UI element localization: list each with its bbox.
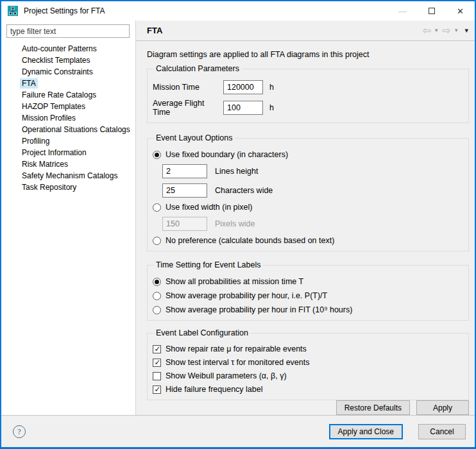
sidebar-item-hazop-templates[interactable]: HAZOP Templates (1, 101, 135, 112)
radio-icon[interactable] (153, 306, 161, 314)
no-preference-label: No preference (calculate bounds based on… (166, 236, 334, 245)
lines-height-row: Lines height (162, 164, 463, 178)
pixels-wide-input (162, 217, 207, 231)
avg-probability-option[interactable]: Show average probability per hour, i.e. … (153, 291, 463, 300)
forward-dropdown-icon[interactable]: ▾ (455, 28, 458, 33)
group-legend: Calculation Parameters (154, 64, 241, 73)
pixels-wide-row: Pixels wide (162, 217, 463, 231)
sidebar-item-auto-counter-patterns[interactable]: Auto-counter Patterns (1, 43, 135, 55)
no-preference-option[interactable]: No preference (calculate bounds based on… (153, 236, 463, 245)
radio-icon[interactable] (153, 278, 161, 286)
settings-sidebar: Auto-counter Patterns Checklist Template… (1, 21, 136, 415)
fixed-width-option[interactable]: Use fixed width (in pixel) (153, 203, 463, 212)
average-flight-time-input[interactable] (223, 101, 263, 115)
dialog-button-bar: Apply and Close Cancel (329, 424, 466, 439)
avg-probability-label: Show average probability per hour, i.e. … (166, 291, 327, 300)
apply-and-close-button[interactable]: Apply and Close (329, 424, 403, 439)
checkbox-icon[interactable] (153, 372, 161, 380)
project-settings-dialog: Project Settings for FTA — ✕ Auto-counte… (0, 0, 476, 449)
window-title: Project Settings for FTA (24, 6, 105, 15)
fit-label: Show average probability per hour in FIT… (166, 305, 352, 314)
help-icon[interactable]: ? (13, 425, 26, 438)
lines-height-label: Lines height (215, 167, 258, 176)
average-flight-time-label: Average Flight Time (153, 99, 223, 117)
average-flight-time-row: Average Flight Time h (153, 99, 463, 117)
fixed-width-label: Use fixed width (in pixel) (166, 203, 252, 212)
page-nav: ⇦ ▾ ⇨ ▾ ▾ (423, 26, 468, 36)
repair-rate-label: Show repair rate μ for repairable events (166, 344, 307, 353)
minimize-button: — (388, 1, 417, 21)
fit-option[interactable]: Show average probability per hour in FIT… (153, 305, 463, 314)
settings-tree: Auto-counter Patterns Checklist Template… (1, 43, 135, 193)
fta-app-icon (8, 6, 18, 16)
sidebar-item-risk-matrices[interactable]: Risk Matrices (1, 158, 135, 170)
sidebar-item-failure-rate-catalogs[interactable]: Failure Rate Catalogs (1, 89, 135, 101)
repair-rate-option[interactable]: Show repair rate μ for repairable events (153, 344, 463, 353)
sidebar-item-task-repository[interactable]: Task Repository (1, 182, 135, 193)
pixels-wide-label: Pixels wide (215, 219, 255, 228)
checkbox-icon[interactable] (153, 385, 161, 394)
hide-failure-frequency-option[interactable]: Hide failure frequency label (153, 385, 463, 394)
settings-page: FTA ⇦ ▾ ⇨ ▾ ▾ Diagram settings are appli… (136, 21, 475, 415)
mission-time-unit: h (269, 83, 274, 92)
checkbox-icon[interactable] (153, 345, 161, 353)
back-icon[interactable]: ⇦ (423, 26, 431, 36)
radio-icon[interactable] (153, 237, 161, 245)
group-legend: Event Label Configuration (154, 328, 250, 337)
forward-icon[interactable]: ⇨ (443, 26, 451, 36)
maximize-button[interactable] (417, 1, 446, 21)
sidebar-item-dynamic-constraints[interactable]: Dynamic Constraints (1, 66, 135, 78)
dialog-footer: ? Apply and Close Cancel (1, 415, 475, 447)
characters-wide-row: Characters wide (162, 183, 463, 198)
average-flight-time-unit: h (269, 103, 274, 112)
sidebar-item-fta[interactable]: FTA (1, 78, 135, 89)
sidebar-item-project-information[interactable]: Project Information (1, 147, 135, 158)
group-calculation-parameters: Calculation Parameters Mission Time h Av… (147, 64, 469, 123)
window-controls: — ✕ (388, 1, 475, 21)
close-icon: ✕ (457, 6, 464, 16)
checkbox-icon[interactable] (153, 359, 161, 367)
test-interval-label: Show test interval τ for monitored event… (166, 358, 310, 367)
maximize-icon (429, 8, 435, 14)
group-event-label-configuration: Event Label Configuration Show repair ra… (147, 328, 469, 400)
characters-wide-label: Characters wide (215, 186, 273, 195)
sidebar-item-checklist-templates[interactable]: Checklist Templates (1, 55, 135, 66)
group-legend: Event Layout Options (154, 133, 235, 142)
characters-wide-input[interactable] (162, 183, 207, 198)
sidebar-item-safety-mechanism-catalogs[interactable]: Safety Mechanism Catalogs (1, 170, 135, 182)
group-time-setting: Time Setting for Event Labels Show all p… (147, 260, 469, 321)
hide-failure-frequency-label: Hide failure frequency label (166, 385, 262, 394)
sidebar-item-profiling[interactable]: Profiling (1, 135, 135, 147)
weibull-parameters-option[interactable]: Show Weibull parameters (α, β, γ) (153, 371, 463, 380)
apply-button[interactable]: Apply (416, 400, 469, 415)
sidebar-item-operational-situations-catalogs[interactable]: Operational Situations Catalogs (1, 124, 135, 135)
mission-time-label: Mission Time (153, 83, 223, 92)
close-button[interactable]: ✕ (446, 1, 475, 21)
radio-icon[interactable] (153, 292, 161, 300)
page-title: FTA (147, 26, 162, 35)
fixed-boundary-label: Use fixed boundary (in characters) (166, 150, 288, 159)
page-header: FTA ⇦ ▾ ⇨ ▾ ▾ (136, 21, 475, 41)
mission-time-t-option[interactable]: Show all probabilities at mission time T (153, 277, 463, 286)
back-dropdown-icon[interactable]: ▾ (435, 28, 438, 33)
title-bar: Project Settings for FTA — ✕ (1, 1, 475, 21)
test-interval-option[interactable]: Show test interval τ for monitored event… (153, 358, 463, 367)
view-menu-icon[interactable]: ▾ (464, 27, 468, 34)
radio-icon[interactable] (153, 151, 161, 159)
weibull-parameters-label: Show Weibull parameters (α, β, γ) (166, 371, 287, 380)
radio-icon[interactable] (153, 203, 161, 212)
mission-time-row: Mission Time h (153, 80, 463, 94)
fixed-boundary-option[interactable]: Use fixed boundary (in characters) (153, 150, 463, 159)
restore-defaults-button[interactable]: Restore Defaults (336, 400, 410, 415)
minimize-icon: — (398, 6, 407, 16)
group-legend: Time Setting for Event Labels (154, 260, 263, 269)
lines-height-input[interactable] (162, 164, 207, 178)
cancel-button[interactable]: Cancel (418, 424, 466, 439)
mission-time-input[interactable] (223, 80, 263, 94)
sidebar-item-mission-profiles[interactable]: Mission Profiles (1, 112, 135, 124)
group-event-layout-options: Event Layout Options Use fixed boundary … (147, 133, 469, 251)
mission-time-t-label: Show all probabilities at mission time T (166, 277, 303, 286)
page-description: Diagram settings are applied to all FTA … (147, 50, 469, 59)
filter-input[interactable] (6, 24, 130, 38)
